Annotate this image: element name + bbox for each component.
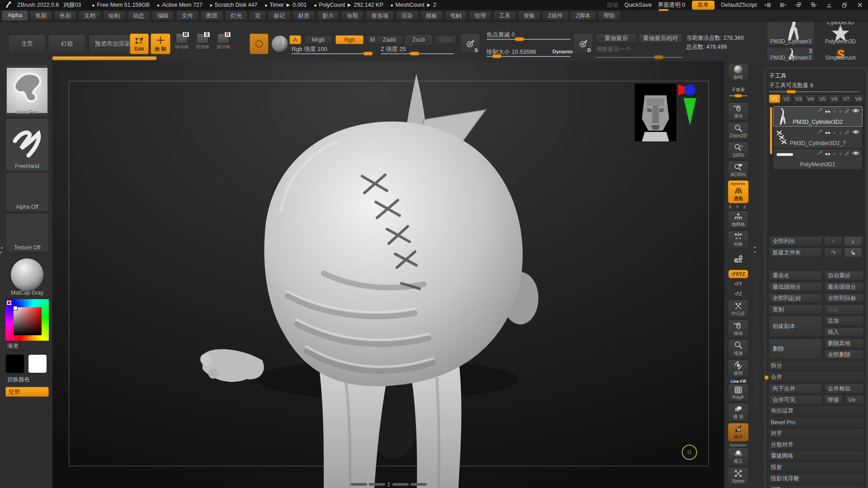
- subtool-tab-V4[interactable]: V4: [805, 94, 816, 103]
- menu-item-模板[interactable]: 模板: [420, 11, 443, 20]
- redo-last-button[interactable]: 重做最后: [596, 33, 637, 43]
- insert-button[interactable]: 插入: [824, 327, 864, 337]
- append-button[interactable]: 追加: [824, 316, 864, 326]
- secondary-color-swatch[interactable]: [28, 354, 47, 373]
- menu-item-图层[interactable]: 图层: [201, 11, 223, 20]
- mini-eye-icon[interactable]: [852, 108, 859, 114]
- menu-item-宏[interactable]: 宏: [250, 11, 266, 20]
- focal-shift-slider[interactable]: 焦点衰减 0: [486, 31, 515, 39]
- menu-item-变换[interactable]: 变换: [518, 11, 540, 20]
- subtool-item[interactable]: ●●◐◑PolyMesh3D1: [773, 149, 863, 169]
- menu-button[interactable]: 菜单: [692, 0, 715, 10]
- 布尔运算-section[interactable]: 布尔运算: [769, 406, 864, 416]
- 投影浅浮雕-section[interactable]: 投影浅浮雕: [769, 474, 864, 484]
- shelf-scroll-button[interactable]: 滚动: [728, 102, 749, 121]
- polypaint-toggle-icon[interactable]: ●●: [825, 151, 830, 156]
- delete-all-button[interactable]: 全部删除: [824, 350, 864, 360]
- ui-opacity-slider[interactable]: 界面透明 0: [658, 1, 685, 9]
- tool-thumb-cylinder3-small[interactable]: 3 PM3D_Cylinder3: [767, 47, 815, 61]
- camera-orientation-gizmo[interactable]: [631, 80, 699, 143]
- mini-brush-icon[interactable]: [817, 108, 822, 114]
- canvas-h-scrollbar[interactable]: ▲▼: [351, 481, 427, 488]
- menu-item-色彩[interactable]: 色彩: [54, 11, 76, 20]
- 全部到目标-button[interactable]: 全部到目标: [824, 293, 864, 303]
- menu-item-Z插件[interactable]: Z插件: [542, 11, 568, 20]
- 分散对齐-section[interactable]: 分散对齐: [769, 440, 864, 450]
- gyro-S-button[interactable]: S缩放轴: [193, 33, 212, 56]
- color-picker[interactable]: [5, 299, 49, 341]
- menu-item-拾取[interactable]: 拾取: [341, 11, 363, 20]
- subtool-arrow-button[interactable]: ↓: [844, 236, 862, 246]
- shelf-move-button[interactable]: 移动: [728, 319, 749, 338]
- quicksave-button[interactable]: QuickSave: [624, 2, 651, 8]
- shelf-symmetry-button[interactable]: 对称: [728, 230, 749, 249]
- tool-thumb-polymesh3d[interactable]: PolyMesh3D: [816, 23, 864, 45]
- contrast-toggle-icon[interactable]: ◑: [839, 130, 841, 135]
- menu-item-动态[interactable]: 动态: [127, 11, 150, 20]
- restore-icon[interactable]: [840, 1, 849, 9]
- sculpted-model[interactable]: [52, 61, 724, 488]
- z-intensity-slider[interactable]: Z 强度 25: [381, 45, 406, 53]
- paint-mode-Mrgb[interactable]: Mrgb: [304, 35, 332, 44]
- mini-brush-icon[interactable]: [817, 129, 822, 136]
- subtool-tab-V3[interactable]: V3: [793, 94, 804, 103]
- shelf-solo-button[interactable]: 孤立: [728, 447, 749, 466]
- subtool-item[interactable]: ●●◐◑PM3D_Cylinder3D2_7: [773, 127, 863, 148]
- left-tray-toggle-icon[interactable]: [763, 1, 772, 9]
- halftone-toggle-icon[interactable]: ◐: [833, 109, 836, 114]
- menu-item-Alpha[interactable]: Alpha: [2, 11, 28, 20]
- polypaint-toggle-icon[interactable]: ●●: [825, 130, 830, 135]
- 全部到起始-button[interactable]: 全部到起始: [769, 293, 822, 303]
- shelf-center-point-button[interactable]: 中心点: [728, 300, 749, 318]
- shelf-local-transform-button[interactable]: [728, 250, 749, 268]
- 投射-section[interactable]: 投射: [769, 463, 864, 473]
- menu-item-标记[interactable]: 标记: [268, 11, 290, 20]
- shelf-polyframe-button[interactable]: PolyF: [728, 384, 749, 402]
- menu-item-影片[interactable]: 影片: [317, 11, 339, 20]
- shelf-rotate-z-button[interactable]: ↺Z: [728, 290, 748, 298]
- sculpt-canvas[interactable]: ▲▼: [52, 61, 724, 488]
- sculpt-mode-Zadd[interactable]: Zadd: [376, 35, 402, 44]
- menu-item-Z脚本[interactable]: Z脚本: [571, 11, 596, 20]
- mini-eye-icon[interactable]: [852, 150, 859, 157]
- menu-item-工具[interactable]: 工具: [494, 11, 516, 20]
- subtool-visible-count-slider[interactable]: 子工具可见数量 6: [769, 82, 864, 89]
- halftone-toggle-icon[interactable]: ◐: [833, 130, 836, 135]
- Bevel Pro-section[interactable]: Bevel Pro: [769, 418, 864, 427]
- mini-eye-icon[interactable]: [852, 129, 859, 136]
- shelf-transparent-button[interactable]: 透 明: [728, 403, 749, 422]
- mini-pen-icon[interactable]: [844, 108, 849, 114]
- current-alpha-tile[interactable]: Alpha Off: [5, 173, 49, 211]
- contrast-toggle-icon[interactable]: ◑: [839, 109, 841, 114]
- smooth-brush-button[interactable]: S: [460, 33, 480, 54]
- alternate-color-button[interactable]: 交替: [5, 387, 49, 397]
- 最高级细分-button[interactable]: 最高级细分: [824, 282, 864, 292]
- 对齐-section[interactable]: 对齐: [769, 429, 864, 439]
- subtool-tab-V7[interactable]: V7: [841, 94, 852, 103]
- menu-item-编辑[interactable]: 编辑: [152, 11, 174, 20]
- tray-divider-arrows[interactable]: ◂▸: [0, 245, 3, 254]
- merge-down-button[interactable]: 向下合并: [769, 384, 822, 394]
- 最低级细分-button[interactable]: 最低级细分: [769, 282, 822, 292]
- mini-pen-icon[interactable]: [844, 150, 849, 157]
- shelf-aa-half-button[interactable]: AC50%: [728, 161, 749, 179]
- merge-similar-button[interactable]: 合并相似: [824, 384, 864, 394]
- subtool-arrow-button[interactable]: ↳: [844, 248, 862, 258]
- gradient-toggle[interactable]: 渐变: [5, 343, 49, 351]
- merge-visible-button[interactable]: 合并可见: [769, 395, 822, 405]
- dynamic-draw-size-toggle[interactable]: Dynamic: [552, 49, 573, 54]
- dock-right-icon[interactable]: [809, 1, 818, 9]
- draw-button[interactable]: 绘 制: [151, 33, 170, 54]
- current-texture-tile[interactable]: Texture Off: [5, 213, 49, 252]
- menu-item-笔触[interactable]: 笔触: [445, 11, 467, 20]
- subtool-新建文件夹-button[interactable]: 新建文件夹: [769, 248, 822, 258]
- current-stroke-tile[interactable]: FreeHand: [5, 118, 49, 171]
- menu-item-纹理[interactable]: 纹理: [469, 11, 491, 20]
- close-icon[interactable]: [855, 1, 864, 9]
- panel-divider-arrows[interactable]: ▸▸: [754, 245, 756, 254]
- dock-left-icon[interactable]: [794, 1, 803, 9]
- current-material-tile[interactable]: MatCap Gray: [5, 254, 49, 297]
- subtool-tab-V2[interactable]: V2: [781, 94, 793, 103]
- tray-scrollbar[interactable]: [0, 226, 5, 352]
- shelf-perspective-button[interactable]: Dynamic透视: [728, 180, 749, 203]
